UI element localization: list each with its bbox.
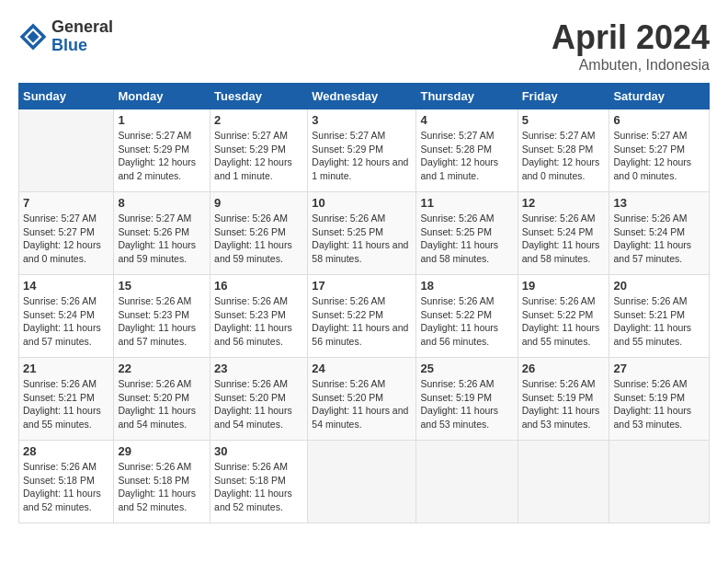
calendar-cell: 23Sunrise: 5:26 AMSunset: 5:20 PMDayligh… xyxy=(210,358,308,441)
calendar-cell: 1Sunrise: 5:27 AMSunset: 5:29 PMDaylight… xyxy=(114,109,210,192)
page-header: General Blue April 2024 Ambuten, Indones… xyxy=(18,18,710,74)
day-number: 22 xyxy=(118,362,206,375)
day-number: 29 xyxy=(118,444,206,458)
calendar-cell xyxy=(19,109,114,192)
day-number: 23 xyxy=(214,362,303,375)
day-number: 1 xyxy=(118,113,206,127)
weekday-header-wednesday: Wednesday xyxy=(308,84,416,109)
day-number: 6 xyxy=(613,113,705,127)
calendar-cell: 4Sunrise: 5:27 AMSunset: 5:28 PMDaylight… xyxy=(416,109,518,192)
calendar-cell: 9Sunrise: 5:26 AMSunset: 5:26 PMDaylight… xyxy=(210,192,308,275)
calendar-cell: 6Sunrise: 5:27 AMSunset: 5:27 PMDaylight… xyxy=(609,109,710,192)
day-info: Sunrise: 5:26 AMSunset: 5:25 PMDaylight:… xyxy=(420,212,513,266)
day-info: Sunrise: 5:27 AMSunset: 5:27 PMDaylight:… xyxy=(613,129,705,183)
calendar-cell: 3Sunrise: 5:27 AMSunset: 5:29 PMDaylight… xyxy=(308,109,416,192)
day-info: Sunrise: 5:26 AMSunset: 5:24 PMDaylight:… xyxy=(23,294,109,349)
day-info: Sunrise: 5:26 AMSunset: 5:23 PMDaylight:… xyxy=(118,294,206,349)
day-number: 9 xyxy=(214,196,303,210)
day-info: Sunrise: 5:26 AMSunset: 5:19 PMDaylight:… xyxy=(420,377,513,431)
calendar-cell: 10Sunrise: 5:26 AMSunset: 5:25 PMDayligh… xyxy=(308,192,416,275)
calendar-header: SundayMondayTuesdayWednesdayThursdayFrid… xyxy=(19,84,710,109)
weekday-header-sunday: Sunday xyxy=(19,84,114,109)
calendar-cell: 21Sunrise: 5:26 AMSunset: 5:21 PMDayligh… xyxy=(19,358,114,441)
calendar-cell: 11Sunrise: 5:26 AMSunset: 5:25 PMDayligh… xyxy=(416,192,518,275)
calendar-body: 1Sunrise: 5:27 AMSunset: 5:29 PMDaylight… xyxy=(19,109,710,523)
calendar-cell: 13Sunrise: 5:26 AMSunset: 5:24 PMDayligh… xyxy=(609,192,710,275)
weekday-row: SundayMondayTuesdayWednesdayThursdayFrid… xyxy=(19,84,710,109)
title-block: April 2024 Ambuten, Indonesia xyxy=(552,18,710,74)
weekday-header-tuesday: Tuesday xyxy=(210,84,308,109)
calendar-cell: 5Sunrise: 5:27 AMSunset: 5:28 PMDaylight… xyxy=(518,109,609,192)
calendar-cell: 26Sunrise: 5:26 AMSunset: 5:19 PMDayligh… xyxy=(518,358,609,441)
calendar-week-4: 21Sunrise: 5:26 AMSunset: 5:21 PMDayligh… xyxy=(19,358,710,441)
calendar-cell: 8Sunrise: 5:27 AMSunset: 5:26 PMDaylight… xyxy=(114,192,210,275)
location: Ambuten, Indonesia xyxy=(552,57,710,74)
day-number: 17 xyxy=(312,279,412,293)
calendar-cell: 19Sunrise: 5:26 AMSunset: 5:22 PMDayligh… xyxy=(518,275,609,358)
calendar-week-5: 28Sunrise: 5:26 AMSunset: 5:18 PMDayligh… xyxy=(19,441,710,523)
day-number: 12 xyxy=(522,196,606,210)
calendar-cell xyxy=(518,441,609,523)
day-info: Sunrise: 5:26 AMSunset: 5:22 PMDaylight:… xyxy=(522,294,606,349)
day-info: Sunrise: 5:26 AMSunset: 5:18 PMDaylight:… xyxy=(118,460,206,514)
day-info: Sunrise: 5:26 AMSunset: 5:20 PMDaylight:… xyxy=(214,377,303,431)
calendar-cell: 17Sunrise: 5:26 AMSunset: 5:22 PMDayligh… xyxy=(308,275,416,358)
calendar-cell: 29Sunrise: 5:26 AMSunset: 5:18 PMDayligh… xyxy=(114,441,210,523)
calendar-cell: 14Sunrise: 5:26 AMSunset: 5:24 PMDayligh… xyxy=(19,275,114,358)
calendar-cell: 24Sunrise: 5:26 AMSunset: 5:20 PMDayligh… xyxy=(308,358,416,441)
day-number: 5 xyxy=(522,113,606,127)
day-info: Sunrise: 5:26 AMSunset: 5:22 PMDaylight:… xyxy=(420,294,513,349)
day-info: Sunrise: 5:27 AMSunset: 5:26 PMDaylight:… xyxy=(118,212,206,266)
day-number: 28 xyxy=(23,444,109,458)
calendar-cell xyxy=(308,441,416,523)
calendar-cell: 20Sunrise: 5:26 AMSunset: 5:21 PMDayligh… xyxy=(609,275,710,358)
logo-icon xyxy=(18,22,48,52)
day-info: Sunrise: 5:26 AMSunset: 5:20 PMDaylight:… xyxy=(118,377,206,431)
calendar-week-2: 7Sunrise: 5:27 AMSunset: 5:27 PMDaylight… xyxy=(19,192,710,275)
calendar-cell xyxy=(609,441,710,523)
day-info: Sunrise: 5:26 AMSunset: 5:26 PMDaylight:… xyxy=(214,212,303,266)
day-number: 14 xyxy=(23,279,109,293)
day-number: 13 xyxy=(613,196,705,210)
calendar-week-1: 1Sunrise: 5:27 AMSunset: 5:29 PMDaylight… xyxy=(19,109,710,192)
day-info: Sunrise: 5:27 AMSunset: 5:27 PMDaylight:… xyxy=(23,212,109,266)
day-info: Sunrise: 5:26 AMSunset: 5:25 PMDaylight:… xyxy=(312,212,412,266)
day-info: Sunrise: 5:26 AMSunset: 5:22 PMDaylight:… xyxy=(312,294,412,349)
weekday-header-saturday: Saturday xyxy=(609,84,710,109)
day-number: 15 xyxy=(118,279,206,293)
calendar-cell: 27Sunrise: 5:26 AMSunset: 5:19 PMDayligh… xyxy=(609,358,710,441)
day-info: Sunrise: 5:27 AMSunset: 5:29 PMDaylight:… xyxy=(312,129,412,183)
day-number: 2 xyxy=(214,113,303,127)
month-title: April 2024 xyxy=(552,18,710,57)
calendar-cell: 16Sunrise: 5:26 AMSunset: 5:23 PMDayligh… xyxy=(210,275,308,358)
logo: General Blue xyxy=(18,18,113,55)
logo-text: General Blue xyxy=(51,18,113,55)
day-number: 11 xyxy=(420,196,513,210)
day-number: 3 xyxy=(312,113,412,127)
calendar-cell: 7Sunrise: 5:27 AMSunset: 5:27 PMDaylight… xyxy=(19,192,114,275)
day-info: Sunrise: 5:26 AMSunset: 5:19 PMDaylight:… xyxy=(522,377,606,431)
calendar-cell xyxy=(416,441,518,523)
calendar-cell: 18Sunrise: 5:26 AMSunset: 5:22 PMDayligh… xyxy=(416,275,518,358)
calendar-cell: 25Sunrise: 5:26 AMSunset: 5:19 PMDayligh… xyxy=(416,358,518,441)
day-info: Sunrise: 5:26 AMSunset: 5:18 PMDaylight:… xyxy=(214,460,303,514)
day-number: 27 xyxy=(613,362,705,375)
calendar-cell: 15Sunrise: 5:26 AMSunset: 5:23 PMDayligh… xyxy=(114,275,210,358)
day-number: 30 xyxy=(214,444,303,458)
day-info: Sunrise: 5:26 AMSunset: 5:21 PMDaylight:… xyxy=(613,294,705,349)
day-info: Sunrise: 5:26 AMSunset: 5:24 PMDaylight:… xyxy=(613,212,705,266)
day-number: 10 xyxy=(312,196,412,210)
day-number: 19 xyxy=(522,279,606,293)
day-number: 4 xyxy=(420,113,513,127)
day-number: 25 xyxy=(420,362,513,375)
day-number: 24 xyxy=(312,362,412,375)
day-info: Sunrise: 5:27 AMSunset: 5:28 PMDaylight:… xyxy=(420,129,513,183)
day-info: Sunrise: 5:26 AMSunset: 5:24 PMDaylight:… xyxy=(522,212,606,266)
day-number: 16 xyxy=(214,279,303,293)
day-info: Sunrise: 5:26 AMSunset: 5:18 PMDaylight:… xyxy=(23,460,109,514)
day-info: Sunrise: 5:27 AMSunset: 5:29 PMDaylight:… xyxy=(118,129,206,183)
calendar-cell: 2Sunrise: 5:27 AMSunset: 5:29 PMDaylight… xyxy=(210,109,308,192)
day-number: 8 xyxy=(118,196,206,210)
weekday-header-thursday: Thursday xyxy=(416,84,518,109)
day-number: 26 xyxy=(522,362,606,375)
